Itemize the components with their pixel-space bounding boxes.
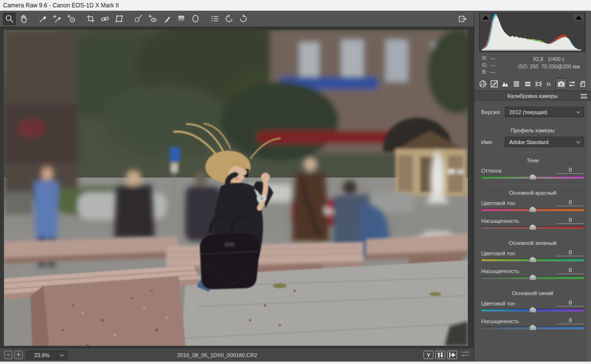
highlight-clipping-indicator[interactable]	[574, 14, 584, 21]
targeted-adjustment-tool-icon[interactable]	[65, 13, 78, 25]
tab-split-toning[interactable]	[522, 78, 533, 90]
panel-tabs: fx	[474, 77, 591, 91]
crop-tool-icon[interactable]	[84, 13, 97, 25]
r-label: R:	[482, 55, 488, 61]
green-saturation-slider-thumb[interactable]	[529, 274, 536, 280]
color-sampler-tool-icon[interactable]	[51, 13, 64, 25]
profile-value: Adobe Standard	[509, 139, 549, 145]
copy-settings-button[interactable]	[447, 351, 457, 359]
zoom-out-button[interactable]: −	[4, 351, 12, 359]
adjustment-brush-tool-icon[interactable]	[161, 13, 173, 25]
tint-value-field[interactable]: 0	[557, 167, 584, 174]
green-hue-label: Цветовой тон	[481, 250, 515, 256]
r-value: ---	[490, 55, 495, 61]
red-eye-tool-icon[interactable]	[146, 13, 159, 25]
lens-value: 70-200@200 мм	[541, 63, 580, 69]
window-title: Camera Raw 9.6 - Canon EOS-1D X Mark II	[3, 2, 119, 9]
red-saturation-slider-thumb[interactable]	[529, 224, 536, 230]
tab-detail[interactable]	[499, 78, 511, 90]
green-primary-section-title: Основной зеленый	[481, 240, 584, 246]
profile-name-label: Имя:	[481, 139, 505, 145]
version-value: 2012 (текущая)	[509, 109, 547, 115]
camera-profile-section-title: Профиль камеры	[481, 127, 584, 133]
red-saturation-label: Насыщенность	[481, 218, 519, 224]
red-hue-slider[interactable]	[481, 209, 584, 211]
image-canvas	[0, 27, 474, 348]
chevron-down-icon	[576, 109, 580, 113]
blue-hue-slider[interactable]	[481, 309, 584, 311]
straighten-tool-icon[interactable]	[98, 13, 111, 25]
g-value: ---	[491, 62, 496, 68]
swap-before-after-button[interactable]	[435, 351, 445, 359]
red-saturation-slider[interactable]	[481, 226, 584, 229]
white-balance-tool-icon[interactable]	[36, 13, 49, 25]
green-saturation-label: Насыщенность	[481, 268, 519, 274]
tab-presets[interactable]	[567, 78, 578, 90]
blue-primary-section-title: Основной синий	[481, 290, 584, 296]
shutter-value: 1/400 c	[548, 56, 564, 62]
zoom-in-button[interactable]: +	[14, 351, 23, 359]
toolbar	[0, 11, 474, 27]
tint-label: Оттенок	[481, 168, 502, 174]
spot-removal-tool-icon[interactable]	[132, 13, 145, 25]
tab-hsl-grayscale[interactable]	[511, 78, 522, 90]
shadows-section-title: Тени	[481, 157, 584, 163]
rotate-left-icon[interactable]	[223, 13, 235, 25]
red-hue-value-field[interactable]: 0	[557, 199, 584, 206]
before-after-toggle-button[interactable]: Y	[424, 351, 433, 359]
blue-hue-label: Цветовой тон	[481, 301, 515, 306]
hand-tool-icon[interactable]	[17, 13, 30, 25]
camera-raw-window: Camera Raw 9.6 - Canon EOS-1D X Mark II	[0, 0, 591, 364]
photo-preview[interactable]	[4, 30, 468, 346]
panel-header: Калибровка камеры	[474, 91, 591, 101]
green-hue-value-field[interactable]: 0	[557, 249, 584, 256]
red-saturation-value-field[interactable]: 0	[557, 217, 584, 224]
svg-text:fx: fx	[547, 81, 551, 87]
exif-readout: R: --- G: --- B: --- f/2,8 1/400 c ISO: …	[474, 52, 591, 77]
aperture-value: f/2,8	[533, 56, 543, 62]
blue-hue-slider-thumb[interactable]	[529, 307, 536, 312]
blue-hue-value-field[interactable]: 0	[557, 300, 584, 306]
zoom-level-dropdown[interactable]	[57, 351, 67, 360]
process-version-select[interactable]: 2012 (текущая)	[505, 107, 584, 117]
blue-saturation-slider-thumb[interactable]	[529, 325, 536, 330]
title-bar: Camera Raw 9.6 - Canon EOS-1D X Mark II	[0, 0, 591, 11]
adjustments-panel: R: --- G: --- B: --- f/2,8 1/400 c ISO: …	[474, 11, 591, 362]
blue-saturation-value-field[interactable]: 0	[557, 317, 584, 324]
transform-tool-icon[interactable]	[113, 13, 126, 25]
tab-effects[interactable]: fx	[544, 78, 556, 90]
tint-slider-thumb[interactable]	[529, 174, 536, 180]
zoom-tool-icon[interactable]	[3, 13, 16, 25]
camera-profile-select[interactable]: Adobe Standard	[505, 137, 584, 147]
panel-scrollbar[interactable]	[586, 11, 591, 362]
preview-preferences-icon	[460, 350, 470, 360]
histogram[interactable]	[479, 13, 585, 52]
preferences-icon[interactable]	[208, 13, 221, 25]
rotate-right-icon[interactable]	[237, 13, 250, 25]
red-hue-slider-thumb[interactable]	[529, 207, 536, 212]
shadow-clipping-indicator[interactable]	[481, 14, 491, 21]
green-saturation-value-field[interactable]: 0	[557, 267, 584, 274]
radial-filter-tool-icon[interactable]	[189, 13, 202, 25]
green-hue-slider-thumb[interactable]	[529, 257, 536, 262]
red-primary-section-title: Основной красный	[481, 190, 584, 196]
red-hue-label: Цветовой тон	[481, 200, 515, 206]
green-hue-slider[interactable]	[481, 259, 584, 261]
tab-basic[interactable]	[477, 78, 489, 90]
chevron-down-icon	[60, 352, 64, 356]
panel-menu-icon[interactable]	[581, 94, 587, 99]
tab-camera-calibration[interactable]	[556, 78, 567, 90]
tint-slider[interactable]	[481, 176, 584, 179]
zoom-level-value[interactable]: 23.6%	[27, 351, 57, 360]
b-label: B:	[482, 69, 487, 75]
green-saturation-slider[interactable]	[481, 276, 584, 279]
b-value: ---	[490, 69, 495, 75]
iso-value: ISO: 250	[518, 63, 538, 69]
blue-saturation-slider[interactable]	[481, 327, 584, 329]
tab-lens-corrections[interactable]	[533, 78, 545, 90]
version-label: Версия:	[481, 109, 505, 115]
window-bottom-border	[0, 362, 591, 364]
graduated-filter-tool-icon[interactable]	[175, 13, 188, 25]
fullscreen-toggle-icon[interactable]	[456, 13, 469, 25]
tab-tone-curve[interactable]	[489, 78, 500, 90]
